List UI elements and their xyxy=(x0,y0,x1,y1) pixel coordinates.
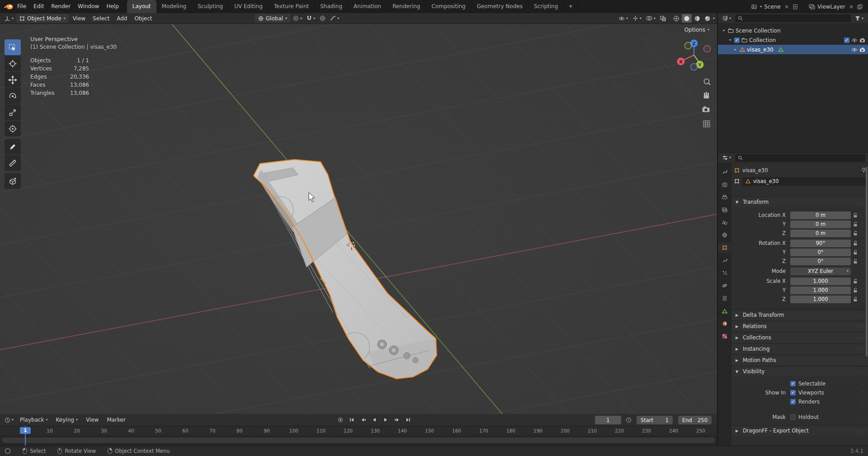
rotation-x-field[interactable]: 90° xyxy=(790,240,851,247)
outliner-search-input[interactable] xyxy=(735,14,851,22)
tab-animation[interactable]: Animation xyxy=(348,0,387,13)
tool-move[interactable] xyxy=(5,72,21,88)
animate-dot[interactable] xyxy=(859,400,866,404)
disable-render-camera-icon[interactable] xyxy=(859,38,865,42)
location-z-field[interactable]: 0 m xyxy=(790,230,851,237)
gizmo-axis-y-neg[interactable] xyxy=(685,42,692,49)
properties-editor-type-button[interactable]: ▾ xyxy=(721,154,733,162)
object-type-visibility-button[interactable]: ▾ xyxy=(617,14,630,23)
holdout-checkbox[interactable] xyxy=(790,414,796,420)
pivot-point-select[interactable]: ▾ xyxy=(291,14,304,23)
add-workspace-button[interactable]: + xyxy=(564,0,578,13)
tool-measure[interactable] xyxy=(5,155,21,171)
menu-add[interactable]: Add xyxy=(113,15,130,22)
shading-material-button[interactable] xyxy=(692,14,702,23)
tab-scripting[interactable]: Scripting xyxy=(528,0,564,13)
animate-dot[interactable] xyxy=(859,223,866,226)
scale-z-field[interactable]: 1.000 xyxy=(790,296,851,303)
scene-browse-icon[interactable] xyxy=(751,4,758,9)
animate-dot[interactable] xyxy=(859,416,866,419)
rotation-y-field[interactable]: 0° xyxy=(790,249,851,256)
lock-icon[interactable] xyxy=(853,279,858,284)
next-keyframe-button[interactable] xyxy=(392,415,402,424)
object-name-input[interactable]: visas_e30 xyxy=(742,177,866,186)
animate-dot[interactable] xyxy=(859,260,866,263)
lock-icon[interactable] xyxy=(853,231,858,236)
outliner-row-visas-e30[interactable]: ▸ visas_e30 xyxy=(718,45,868,54)
play-reverse-button[interactable] xyxy=(369,415,379,424)
mode-select[interactable]: Object Mode ▾ xyxy=(16,14,69,23)
section-instancing[interactable]: ▶ Instancing ∷∷ xyxy=(731,343,868,354)
tab-output[interactable] xyxy=(718,192,731,202)
blender-logo-icon[interactable] xyxy=(4,3,14,10)
copy-viewlayer-icon[interactable] xyxy=(857,4,863,9)
tool-rotate[interactable] xyxy=(5,88,21,104)
menu-help[interactable]: Help xyxy=(103,0,122,13)
proportional-editing-toggle[interactable] xyxy=(318,14,327,23)
tab-physics[interactable] xyxy=(718,281,731,291)
menu-keying[interactable]: Keying▾ xyxy=(52,417,81,423)
shading-wireframe-button[interactable] xyxy=(671,14,681,23)
lock-icon[interactable] xyxy=(853,259,858,264)
menu-object[interactable]: Object xyxy=(131,15,155,22)
outliner-editor-type-button[interactable]: ▾ xyxy=(721,14,733,23)
tab-sculpting[interactable]: Sculpting xyxy=(192,0,229,13)
tab-modifiers[interactable] xyxy=(718,255,731,265)
tab-modeling[interactable]: Modeling xyxy=(156,0,193,13)
preview-range-clock-icon[interactable] xyxy=(626,417,632,423)
new-scene-icon[interactable] xyxy=(793,4,798,9)
tool-scale[interactable] xyxy=(5,104,21,120)
expand-icon[interactable]: ▾ xyxy=(728,38,732,42)
gizmo-axis-z-neg[interactable] xyxy=(691,64,698,71)
tab-particles[interactable] xyxy=(718,268,731,278)
menu-playback[interactable]: Playback▾ xyxy=(16,417,52,423)
tab-object-data[interactable] xyxy=(718,306,731,316)
section-motion-paths[interactable]: ▶ Motion Paths ∷∷ xyxy=(731,355,868,365)
shading-solid-button[interactable] xyxy=(682,14,692,23)
tool-cursor[interactable] xyxy=(5,56,21,71)
scene-browse-chevron-icon[interactable]: ▾ xyxy=(760,5,762,9)
menu-file[interactable]: File xyxy=(14,0,30,13)
timeline-ruler[interactable]: 10 20 30 40 50 60 70 80 90 100 110 120 1… xyxy=(0,426,717,435)
lock-icon[interactable] xyxy=(853,213,858,218)
rotation-z-field[interactable]: 0° xyxy=(790,258,851,265)
location-y-field[interactable]: 0 m xyxy=(790,221,851,228)
3d-viewport[interactable]: Z X Y User Perspective (1) Scene Collect… xyxy=(0,24,717,414)
animate-dot[interactable] xyxy=(859,289,866,292)
jump-to-end-button[interactable] xyxy=(403,415,413,424)
expand-icon[interactable]: ▾ xyxy=(722,28,726,33)
section-transform[interactable]: ▼ Transform ∷∷ xyxy=(731,197,868,207)
section-relations[interactable]: ▶ Relations ∷∷ xyxy=(731,321,868,331)
animate-dot[interactable] xyxy=(859,391,866,395)
gizmos-button[interactable]: ▾ xyxy=(631,14,643,23)
animate-dot[interactable] xyxy=(859,280,866,283)
animate-dot[interactable] xyxy=(859,382,866,385)
timeline-editor-type-button[interactable]: ▾ xyxy=(3,416,15,424)
lock-icon[interactable] xyxy=(853,288,858,293)
shading-chevron-icon[interactable]: ▾ xyxy=(713,17,715,20)
tab-material[interactable] xyxy=(718,319,731,329)
properties-scrollbar[interactable] xyxy=(866,167,868,357)
animate-dot[interactable] xyxy=(859,232,866,235)
expand-icon[interactable]: ▸ xyxy=(733,47,738,52)
start-frame-field[interactable]: Start1 xyxy=(637,416,673,424)
disable-render-camera-icon[interactable] xyxy=(859,47,865,52)
snap-toggle[interactable]: ▾ xyxy=(305,14,317,23)
animate-dot[interactable] xyxy=(859,251,866,254)
menu-render[interactable]: Render xyxy=(47,0,74,13)
collection-exclude-checkbox[interactable]: ✓ xyxy=(844,38,849,43)
animate-dot[interactable] xyxy=(859,298,866,301)
outliner-filter-button[interactable]: ▾ xyxy=(853,14,865,23)
section-visibility[interactable]: ▼ Visibility ∷∷ xyxy=(731,366,868,376)
animate-dot[interactable] xyxy=(859,214,866,217)
selectable-checkbox[interactable]: ✓ xyxy=(790,381,796,386)
outliner-row-collection[interactable]: ▾ ✓ Collection ✓ xyxy=(718,35,868,45)
tab-view-layer[interactable] xyxy=(718,205,731,215)
menu-window[interactable]: Window xyxy=(74,0,103,13)
proportional-falloff-select[interactable]: ▾ xyxy=(328,14,341,23)
tab-texture[interactable] xyxy=(718,331,731,341)
tab-scene[interactable] xyxy=(718,217,731,227)
viewport-options-button[interactable]: Options ▾ xyxy=(681,26,712,34)
menu-edit[interactable]: Edit xyxy=(30,0,47,13)
playhead-frame-label[interactable]: 1 xyxy=(20,427,31,434)
